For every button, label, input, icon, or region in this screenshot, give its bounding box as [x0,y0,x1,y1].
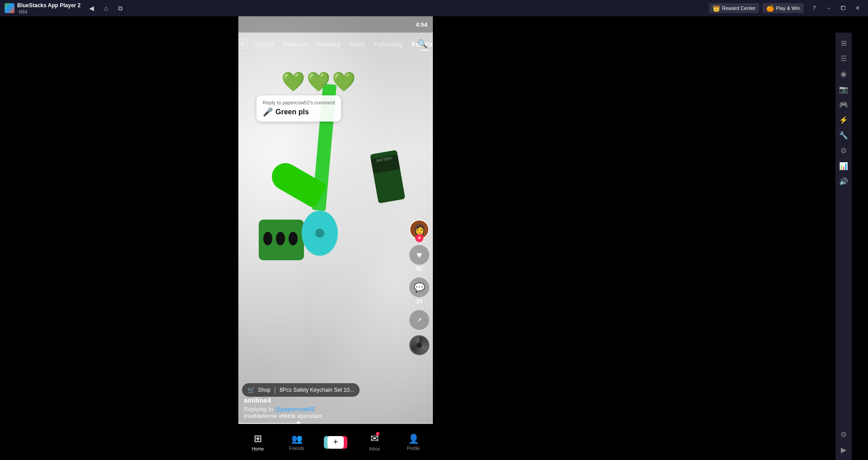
comment-user-row: 🎤 Green pls [263,107,335,117]
sidebar-icon-6[interactable]: ⚡ [837,113,850,127]
add-icon: + [327,436,344,449]
titlebar-nav: ◀ ⌂ ⧉ [85,3,127,14]
titlebar: BlueStacks App Player 2 N64 ◀ ⌂ ⧉ 👑 Rewa… [0,0,868,16]
follow-button[interactable]: + [415,234,423,242]
titlebar-right: 👑 Reward Center 🍊 Play & Win ? − ⧠ ✕ [709,2,868,14]
tiktok-nav: LIVE Sports Fashion Gaming Food Followin… [238,33,433,55]
nav-item-fashion[interactable]: Fashion [279,37,312,52]
bluestacks-logo [5,3,14,13]
replying-label: Replying to [244,406,273,413]
reply-label: Reply to papercow52's comment [263,100,335,105]
crown-icon: 👑 [712,5,720,12]
home-button[interactable]: ⌂ [100,3,112,14]
like-count: 92 [416,266,422,272]
play-win-button[interactable]: 🍊 Play & Win [763,3,804,13]
video-hashtags: #selfdefense #tiktok #pendant [244,413,406,419]
nav-item-food[interactable]: Food [345,37,369,52]
home-icon: ⊞ [254,433,262,445]
search-icon[interactable]: 🔍 [417,39,427,49]
status-time: 4:54 [416,21,427,28]
sidebar-icon-3[interactable]: ◉ [837,67,850,80]
shop-banner[interactable]: 🛒 Shop | 8Pcs Safety Keychain Set 10... [242,383,360,397]
nav-add[interactable]: + [316,436,355,449]
heart-emojis: 💚💚💚 [281,70,357,93]
nav-friends[interactable]: 👥 Friends [277,433,316,451]
share-icon: ↗ [409,310,429,330]
sidebar-icon-2[interactable]: ☰ [837,52,850,65]
reply-user-tag[interactable]: @papercow52 [275,406,315,413]
app-name: BlueStacks App Player 2 [17,2,81,9]
nav-profile[interactable]: 👤 Profile [394,433,433,451]
restore-button[interactable]: ⧠ [836,2,850,14]
sidebar-icon-1[interactable]: ⊞ [837,36,850,50]
status-bar: 4:54 [238,16,433,33]
shop-product-name: 8Pcs Safety Keychain Set 10... [280,387,354,393]
nav-inbox[interactable]: ✉ Inbox [355,433,394,451]
disc-center [417,343,422,348]
phone-frame: BATTERY 💚💚💚 Reply to papercow52's commen… [238,16,433,460]
sidebar-icon-8[interactable]: ⚙ [837,144,850,157]
sidebar-icon-10[interactable]: 🔊 [837,174,850,188]
shop-label: Shop [258,387,270,393]
video-reply-line: Replying to @papercow52 [244,406,406,413]
sidebar-icon-4[interactable]: 📷 [837,82,850,96]
video-info: amiline4 Replying to @papercow52 #selfde… [244,396,406,419]
friends-icon: 👥 [291,433,303,444]
sidebar-icon-9[interactable]: 📊 [837,159,850,173]
shop-cart-icon: 🛒 [247,386,255,394]
heart-icon: ♥ [409,245,429,265]
main-area: ⊞ ☰ ◉ 📷 🎮 ⚡ 🔧 ⚙ 📊 🔊 ⚙ ▶ BATTERY [0,16,852,460]
friends-label: Friends [289,446,304,451]
profile-nav-icon: 👤 [408,433,419,444]
video-username: amiline4 [244,396,406,404]
comment-button[interactable]: 💬 24 [409,277,429,305]
nav-item-gaming[interactable]: Gaming [312,37,345,52]
nav-item-following[interactable]: Following [370,37,407,52]
minimize-button[interactable]: − [822,2,835,14]
comment-count: 24 [416,298,422,305]
window-controls: ? − ⧠ ✕ [807,2,864,14]
add-button[interactable]: + [326,436,346,449]
nav-item-sports[interactable]: Sports [250,37,279,52]
music-disc[interactable] [409,335,429,355]
comment-icon: 💬 [409,277,429,297]
home-label: Home [252,446,264,451]
nav-home[interactable]: ⊞ Home [238,433,277,451]
reward-center-button[interactable]: 👑 Reward Center [709,3,759,13]
comment-avatar: 🎤 [263,107,273,117]
like-button[interactable]: ♥ 92 [409,245,429,272]
inbox-notification-dot [376,432,379,436]
orange-icon: 🍊 [766,5,774,12]
sidebar-icon-expand[interactable]: ▶ [837,443,850,456]
knuckle-item [259,220,304,260]
shop-divider: | [274,386,276,394]
comment-text: Green pls [275,108,309,116]
help-button[interactable]: ? [807,2,821,14]
sidebar-icon-settings[interactable]: ⚙ [837,427,850,441]
back-button[interactable]: ◀ [85,3,98,14]
comment-bubble: Reply to papercow52's comment 🎤 Green pl… [256,95,341,122]
right-sidebar: ⊞ ☰ ◉ 📷 🎮 ⚡ 🔧 ⚙ 📊 🔊 ⚙ ▶ [835,33,852,460]
app-subtitle: N64 [19,9,81,14]
action-buttons: 👩 + ♥ 92 💬 24 ↗ [409,220,429,355]
sidebar-icon-5[interactable]: 🎮 [837,98,850,111]
profile-label: Profile [407,446,420,451]
profile-button[interactable]: 👩 + [409,220,429,239]
close-button[interactable]: ✕ [851,2,864,14]
alarm-item [302,211,338,256]
overview-button[interactable]: ⧉ [114,3,127,14]
bottom-nav: ⊞ Home 👥 Friends + ✉ Inbox 👤 [238,424,433,460]
inbox-label: Inbox [369,446,380,451]
share-button[interactable]: ↗ [409,310,429,330]
sidebar-icon-7[interactable]: 🔧 [837,128,850,142]
live-badge[interactable]: LIVE [238,39,247,49]
nav-items: Sports Fashion Gaming Food Following For… [250,37,433,52]
